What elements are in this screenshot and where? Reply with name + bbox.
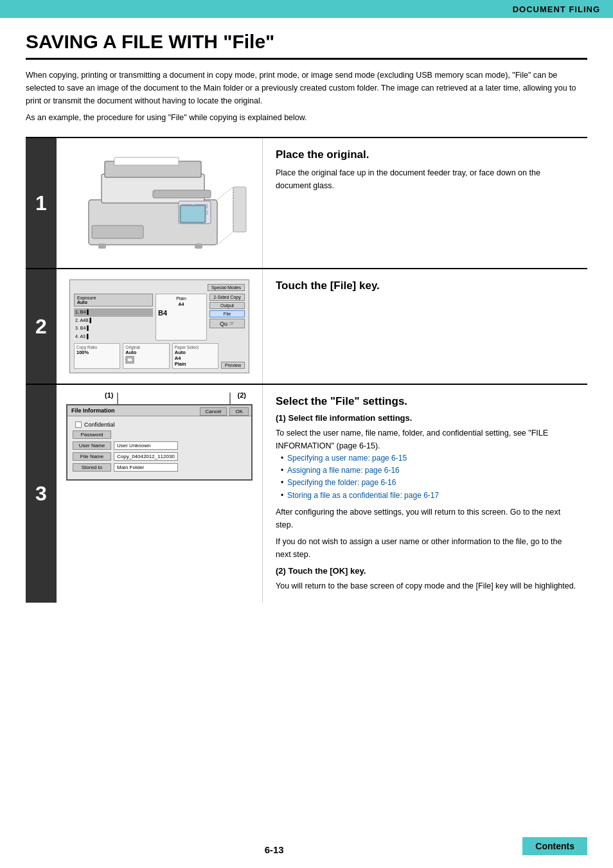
step-1-image xyxy=(57,138,262,268)
paper-a4b: 2. A4B ▌ xyxy=(74,317,153,325)
file-name-label: File Name xyxy=(73,452,111,461)
svg-rect-12 xyxy=(195,244,202,249)
contents-button[interactable]: Contents xyxy=(522,837,587,855)
main-content: SAVING A FILE WITH "File" When copying, … xyxy=(0,18,613,654)
step-number-3: 3 xyxy=(26,385,57,603)
printer-illustration xyxy=(69,148,249,258)
password-label: Password xyxy=(73,430,111,439)
quick-btn[interactable]: Qu ☞ xyxy=(209,319,245,328)
svg-rect-1 xyxy=(102,174,204,203)
copy-ratio-value: 100% xyxy=(76,350,118,355)
intro-text1: When copying, printing or transmitting a… xyxy=(26,69,587,107)
original-label: Original xyxy=(125,345,166,350)
ok-button[interactable]: OK xyxy=(229,407,249,416)
section-title: DOCUMENT FILING xyxy=(513,4,600,14)
dialog-title: File Information xyxy=(71,407,115,414)
copier-right-buttons: 2-Sided Copy Output File Qu ☞ xyxy=(209,294,245,341)
copier-panel: Special Modes Exposure Auto 1. B4 ▌ 2. A… xyxy=(69,279,249,373)
file-name-value: Copy_04042012_112030 xyxy=(114,452,178,461)
paper-type: Plain xyxy=(158,296,204,301)
user-name-row: User Name User Unknown xyxy=(73,441,246,450)
dialog-title-bar: File Information Cancel OK xyxy=(67,405,251,416)
page-number: 6-13 xyxy=(265,844,284,855)
confidential-row: Confidential xyxy=(75,421,246,428)
bullet-2-link[interactable]: Assigning a file name: page 6-16 xyxy=(287,466,400,475)
bullet-2: Assigning a file name: page 6-16 xyxy=(281,465,577,477)
svg-rect-18 xyxy=(233,187,246,232)
page-footer: 6-13 Contents xyxy=(0,837,613,855)
step-1-body: Place the original face up in the docume… xyxy=(276,166,577,192)
svg-line-16 xyxy=(217,232,233,245)
step-3-sub2-heading: (2) Touch the [OK] key. xyxy=(276,566,577,576)
original-field: Original Auto xyxy=(123,343,169,369)
exposure-block: Exposure Auto xyxy=(74,294,153,306)
copier-bottom-row: Copy Ratio 100% Original Auto Paper Sele… xyxy=(74,343,245,369)
svg-rect-3 xyxy=(92,226,143,238)
bullet-4-link[interactable]: Storing a file as a confidential file: p… xyxy=(287,491,439,500)
special-modes-btn[interactable]: Special Modes xyxy=(208,284,245,291)
file-info-dialog: File Information Cancel OK Confidential xyxy=(66,404,253,481)
copier-top-row: Special Modes xyxy=(74,284,245,291)
cancel-button[interactable]: Cancel xyxy=(200,407,227,416)
copy-count: B4 xyxy=(158,309,204,317)
step-3-sub1-heading: (1) Select file information settings. xyxy=(276,413,577,423)
dialog-container: (1) (2) File Information Cancel OK xyxy=(66,404,253,481)
user-name-label: User Name xyxy=(73,441,111,450)
step-number-1: 1 xyxy=(26,138,57,268)
paper-a3: 4. A3 ▌ xyxy=(74,333,153,341)
header-bar: DOCUMENT FILING xyxy=(0,0,613,18)
stored-to-label: Stored to xyxy=(73,463,111,472)
step-2-title: Touch the [File] key. xyxy=(276,279,577,292)
confidential-checkbox[interactable] xyxy=(75,421,82,428)
bullet-1: Specifying a user name: page 6-15 xyxy=(281,452,577,465)
paper-b4-2: 3. B4 ▌ xyxy=(74,324,153,333)
step-1: 1 xyxy=(26,137,587,268)
original-value: Auto xyxy=(125,350,166,355)
dialog-buttons: Cancel OK xyxy=(200,407,249,416)
step-3-after1: After configuring the above settings, yo… xyxy=(276,506,577,531)
step-number-2: 2 xyxy=(26,269,57,384)
step-2-content: Touch the [File] key. xyxy=(262,269,587,384)
copy-ratio-label: Copy Ratio xyxy=(76,345,118,350)
output-btn[interactable]: Output xyxy=(209,302,245,309)
annot-lines xyxy=(66,393,253,405)
paper-b4-1: 1. B4 ▌ xyxy=(74,308,153,317)
paper-select-label: Paper Select xyxy=(175,345,216,350)
step-3-bullets: Specifying a user name: page 6-15 Assign… xyxy=(276,452,577,502)
svg-rect-4 xyxy=(153,190,211,198)
user-name-value: User Unknown xyxy=(114,441,178,450)
confidential-label: Confidential xyxy=(84,421,115,428)
step-3-sub1-body: To select the user name, file name, fold… xyxy=(276,427,577,452)
dialog-body: Confidential Password User Name User Unk… xyxy=(67,416,251,479)
password-row: Password xyxy=(73,430,246,439)
svg-rect-11 xyxy=(98,244,106,249)
file-btn[interactable]: File xyxy=(209,310,245,317)
page-title: SAVING A FILE WITH "File" xyxy=(26,31,587,60)
step-3-image: (1) (2) File Information Cancel OK xyxy=(57,385,262,603)
stored-to-value: Main Folder xyxy=(114,463,178,472)
bullet-3: Specifying the folder: page 6-16 xyxy=(281,477,577,489)
svg-line-15 xyxy=(217,187,233,200)
step-1-title: Place the original. xyxy=(276,148,577,161)
step-2: 2 Special Modes Exposure Auto xyxy=(26,268,587,384)
bullet-3-link[interactable]: Specifying the folder: page 6-16 xyxy=(287,478,396,487)
two-sided-btn[interactable]: 2-Sided Copy xyxy=(209,294,245,301)
exposure-value: Auto xyxy=(77,300,150,305)
step-1-content: Place the original. Place the original f… xyxy=(262,138,587,268)
original-icon xyxy=(125,356,166,364)
file-name-row: File Name Copy_04042012_112030 xyxy=(73,452,246,461)
step-3: 3 (1) (2) File Information Cancel xyxy=(26,384,587,603)
paper-size: A4 xyxy=(158,302,204,306)
preview-btn[interactable]: Preview xyxy=(221,362,245,369)
svg-rect-14 xyxy=(181,206,204,222)
svg-rect-20 xyxy=(127,358,132,362)
intro-text2: As an example, the procedure for using "… xyxy=(26,111,587,124)
step-3-after2: If you do not wish to assign a user name… xyxy=(276,535,577,561)
paper-select-field: Paper Select AutoA4Plain xyxy=(172,343,218,369)
exposure-label: Exposure xyxy=(77,296,150,300)
bullet-4: Storing a file as a confidential file: p… xyxy=(281,490,577,502)
paper-sizes: 1. B4 ▌ 2. A4B ▌ 3. B4 ▌ 4. A3 ▌ xyxy=(74,308,153,341)
svg-rect-10 xyxy=(114,157,179,165)
stored-to-row: Stored to Main Folder xyxy=(73,463,246,472)
bullet-1-link[interactable]: Specifying a user name: page 6-15 xyxy=(287,454,407,463)
